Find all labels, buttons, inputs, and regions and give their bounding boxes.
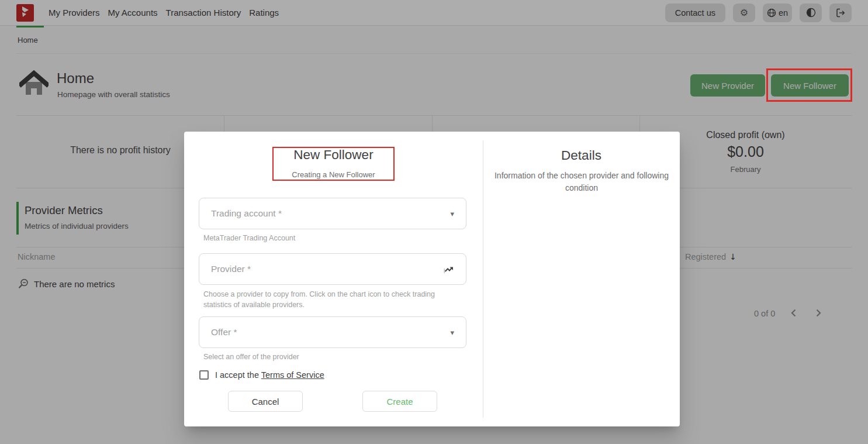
offer-select[interactable]: Offer * ▾ [199, 316, 466, 348]
provider-chart-button[interactable] [443, 264, 454, 275]
create-button[interactable]: Create [362, 391, 437, 412]
provider-helper: Choose a provider to copy from. Click on… [203, 289, 461, 310]
chart-icon [443, 264, 454, 275]
trading-account-helper: MetaTrader Trading Account [203, 233, 295, 243]
terms-label: I accept the Terms of Service [215, 370, 324, 380]
caret-down-icon: ▾ [450, 328, 454, 337]
provider-label: Provider * [211, 264, 251, 274]
modal-divider [483, 140, 483, 418]
provider-select[interactable]: Provider * [199, 253, 466, 285]
cancel-button[interactable]: Cancel [228, 391, 303, 412]
offer-helper: Select an offer of the provider [203, 352, 299, 362]
modal-subtitle: Creating a New Follower [184, 170, 483, 179]
trading-account-label: Trading account * [211, 208, 282, 219]
terms-row: I accept the Terms of Service [199, 370, 324, 380]
terms-of-service-link[interactable]: Terms of Service [261, 370, 324, 380]
details-title: Details [483, 148, 680, 163]
terms-checkbox[interactable] [199, 370, 209, 380]
new-follower-dialog: New Follower Creating a New Follower Tra… [184, 132, 680, 426]
terms-prefix: I accept the [215, 370, 261, 380]
details-text: Information of the chosen provider and f… [494, 170, 669, 194]
modal-title: New Follower [184, 147, 483, 163]
offer-label: Offer * [211, 327, 237, 338]
caret-down-icon: ▾ [450, 209, 454, 218]
trading-account-select[interactable]: Trading account * ▾ [199, 198, 466, 229]
